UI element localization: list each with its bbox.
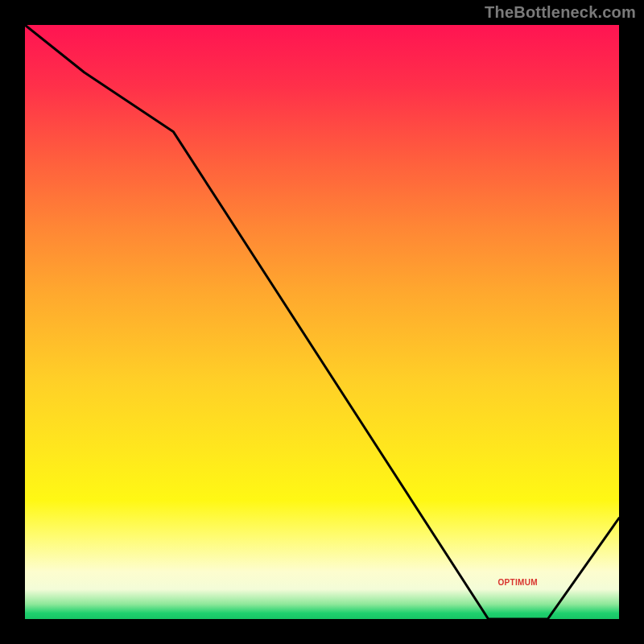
watermark-text: TheBottleneck.com xyxy=(485,3,636,22)
chart-stage: TheBottleneck.com OPTIMUM xyxy=(0,0,644,644)
optimum-label: OPTIMUM xyxy=(498,578,538,587)
bottleneck-line xyxy=(25,25,619,619)
plot-area: OPTIMUM xyxy=(23,23,621,621)
